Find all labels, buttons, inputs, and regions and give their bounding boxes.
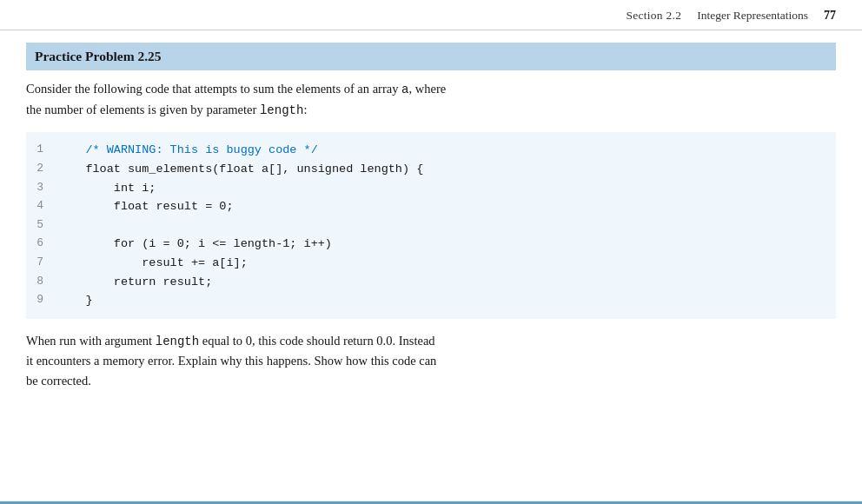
footer-text-2: equal to 0, this code should return 0.0.…: [199, 334, 434, 348]
problem-description: Consider the following code that attempt…: [26, 79, 836, 120]
code-line-6: 6 for (i = 0; i <= length-1; i++): [26, 235, 826, 254]
line-num-3: 3: [26, 179, 57, 197]
code-line-5: 5: [26, 216, 826, 235]
code-line-1: 1 /* WARNING: This is buggy code */: [26, 141, 826, 160]
desc-code-length: length: [260, 103, 303, 117]
line-num-2: 2: [26, 160, 57, 178]
line-num-4: 4: [26, 197, 57, 216]
code-line-8: 8 return result;: [26, 273, 826, 292]
footer-text-3: it encounters a memory error. Explain wh…: [26, 354, 436, 368]
desc-text-3: the number of elements is given by param…: [26, 103, 260, 116]
practice-problem-banner: Practice Problem 2.25: [26, 43, 836, 70]
line-content-7: result += a[i];: [57, 254, 248, 273]
code-line-4: 4 float result = 0;: [26, 197, 826, 216]
code-line-9: 9 }: [26, 291, 826, 310]
line-content-8: return result;: [57, 273, 212, 292]
page-header: Section 2.2 Integer Representations 77: [0, 0, 862, 30]
line-num-8: 8: [26, 273, 57, 291]
practice-problem-title: Practice Problem 2.25: [35, 49, 162, 63]
code-line-3: 3 int i;: [26, 179, 826, 198]
desc-text-1: Consider the following code that attempt…: [26, 82, 401, 96]
line-content-1: /* WARNING: This is buggy code */: [57, 141, 318, 160]
line-num-5: 5: [26, 216, 57, 235]
line-num-7: 7: [26, 254, 57, 272]
code-block: 1 /* WARNING: This is buggy code */ 2 fl…: [26, 132, 836, 318]
content-area: Practice Problem 2.25 Consider the follo…: [0, 30, 862, 421]
desc-text-4: :: [303, 103, 307, 116]
line-content-3: int i;: [57, 179, 156, 198]
footer-text-4: be corrected.: [26, 374, 91, 388]
section-label: Section 2.2: [626, 9, 681, 23]
page-number: 77: [824, 9, 836, 23]
line-content-2: float sum_elements(float a[], unsigned l…: [57, 160, 423, 179]
line-num-9: 9: [26, 291, 57, 309]
header-title: Integer Representations: [697, 9, 808, 23]
line-num-6: 6: [26, 235, 57, 253]
line-num-1: 1: [26, 141, 57, 159]
page-container: Section 2.2 Integer Representations 77 P…: [0, 0, 862, 504]
line-content-4: float result = 0;: [57, 197, 234, 216]
line-content-5: [57, 216, 64, 235]
footer-paragraph: When run with argument length equal to 0…: [26, 331, 836, 391]
footer-code: length: [156, 335, 199, 348]
code-comment-1: /* WARNING: This is buggy code */: [85, 143, 317, 156]
code-line-2: 2 float sum_elements(float a[], unsigned…: [26, 160, 826, 179]
code-line-7: 7 result += a[i];: [26, 254, 826, 273]
line-content-6: for (i = 0; i <= length-1; i++): [57, 235, 332, 254]
desc-text-2: , where: [408, 82, 446, 96]
line-content-9: }: [57, 291, 93, 310]
footer-text-1: When run with argument: [26, 334, 156, 348]
